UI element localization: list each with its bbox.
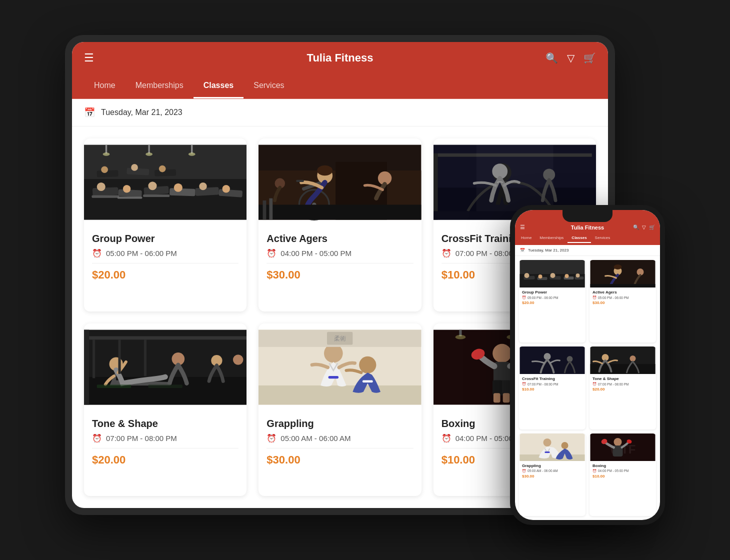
class-image-tone-shape bbox=[84, 324, 246, 411]
phone-card-crossfit[interactable]: CrossFit Training ⏰ 07:00 PM - 08:00 PM … bbox=[519, 346, 586, 429]
tablet-app-title: Tulia Fitness bbox=[307, 52, 374, 64]
phone-card-time-crossfit: ⏰ 07:00 PM - 08:00 PM bbox=[522, 382, 582, 386]
phone-img-group-power bbox=[519, 260, 586, 288]
svg-rect-103 bbox=[575, 276, 584, 280]
svg-point-96 bbox=[524, 273, 530, 278]
clock-icon-5: ⏰ bbox=[266, 434, 276, 443]
class-image-grappling: 柔術 bbox=[258, 324, 421, 411]
phone-calendar-icon: 📅 bbox=[520, 248, 525, 252]
phone-card-price-tone-shape: $20.00 bbox=[592, 387, 653, 392]
svg-point-69 bbox=[360, 356, 376, 373]
phone-filter-icon[interactable]: ▽ bbox=[642, 224, 646, 230]
svg-point-26 bbox=[146, 152, 152, 156]
svg-point-5 bbox=[123, 185, 130, 192]
phone-nav-services[interactable]: Services bbox=[591, 234, 614, 243]
nav-home[interactable]: Home bbox=[84, 74, 126, 98]
phone-date-text: Tuesday, Mar 21, 2023 bbox=[528, 248, 568, 252]
phone-card-group-power[interactable]: Group Power ⏰ 05:00 PM - 06:00 PM $20.00 bbox=[519, 260, 586, 342]
svg-point-88 bbox=[455, 334, 466, 339]
nav-services[interactable]: Services bbox=[244, 74, 294, 98]
tablet-nav: Home Memberships Classes Services bbox=[72, 74, 608, 99]
svg-point-15 bbox=[101, 166, 108, 173]
calendar-icon: 📅 bbox=[84, 107, 95, 118]
phone-card-time-group-power: ⏰ 05:00 PM - 06:00 PM bbox=[522, 296, 582, 300]
svg-rect-21 bbox=[118, 196, 142, 198]
svg-rect-22 bbox=[143, 194, 170, 197]
phone-clock-icon-1: ⏰ bbox=[522, 296, 526, 300]
phone-card-active-agers[interactable]: Active Agers ⏰ 05:00 PM - 06:00 PM $30.0… bbox=[590, 260, 656, 342]
phone-card-price-grappling: $30.00 bbox=[522, 474, 582, 478]
class-card-active-agers[interactable]: Active Agers ⏰ 04:00 PM - 05:00 PM $30.0… bbox=[258, 138, 421, 312]
phone-search-icon[interactable]: 🔍 bbox=[633, 224, 639, 230]
svg-point-9 bbox=[174, 184, 182, 192]
phone-card-name-active-agers: Active Agers bbox=[592, 290, 653, 294]
svg-point-28 bbox=[188, 152, 196, 156]
phone-clock-icon-2: ⏰ bbox=[592, 296, 596, 300]
clock-icon-6: ⏰ bbox=[442, 434, 452, 443]
svg-rect-20 bbox=[92, 196, 119, 198]
phone-nav-memberships[interactable]: Memberships bbox=[536, 234, 568, 243]
search-icon[interactable]: 🔍 bbox=[546, 52, 558, 64]
hamburger-icon[interactable]: ☰ bbox=[84, 52, 94, 64]
phone-card-name-group-power: Group Power bbox=[522, 290, 582, 294]
class-card-group-power[interactable]: Group Power ⏰ 05:00 PM - 06:00 PM $20.00 bbox=[84, 138, 246, 312]
svg-rect-120 bbox=[545, 452, 550, 453]
svg-rect-83 bbox=[502, 393, 510, 402]
svg-point-24 bbox=[103, 152, 110, 156]
class-name-grappling: Grappling bbox=[266, 418, 413, 430]
svg-rect-60 bbox=[92, 340, 95, 378]
phone-hamburger-icon[interactable]: ☰ bbox=[520, 224, 525, 230]
phone-notch bbox=[562, 210, 612, 222]
svg-point-104 bbox=[576, 274, 580, 278]
scene: ☰ Tulia Fitness 🔍 ▽ 🛒 Home Memberships C… bbox=[65, 35, 665, 525]
nav-classes[interactable]: Classes bbox=[194, 74, 244, 98]
cart-icon[interactable]: 🛒 bbox=[584, 52, 596, 64]
class-image-active-agers bbox=[258, 138, 421, 226]
class-price-group-power: $20.00 bbox=[92, 268, 238, 282]
class-info-grappling: Grappling ⏰ 05:00 AM - 06:00 AM $30.00 bbox=[258, 411, 421, 474]
svg-rect-109 bbox=[590, 284, 656, 288]
svg-rect-37 bbox=[296, 180, 304, 182]
phone-card-grappling[interactable]: Grappling ⏰ 05:00 AM - 06:00 AM $30.00 bbox=[519, 434, 586, 516]
svg-text:柔術: 柔術 bbox=[334, 334, 346, 342]
class-name-group-power: Group Power bbox=[92, 233, 238, 244]
phone-card-name-crossfit: CrossFit Training bbox=[522, 376, 582, 381]
phone-card-boxing[interactable]: WTF Boxing ⏰ 04:00 PM bbox=[590, 434, 656, 516]
svg-point-116 bbox=[630, 356, 636, 362]
class-time-grappling: ⏰ 05:00 AM - 06:00 AM bbox=[266, 434, 413, 448]
phone-card-tone-shape[interactable]: Tone & Shape ⏰ 07:00 PM - 08:00 PM $20.0… bbox=[590, 346, 656, 429]
class-card-tone-shape[interactable]: Tone & Shape ⏰ 07:00 PM - 08:00 PM $20.0… bbox=[84, 324, 246, 496]
clock-icon-3: ⏰ bbox=[442, 248, 452, 258]
svg-rect-27 bbox=[191, 145, 192, 154]
svg-rect-63 bbox=[97, 384, 131, 388]
phone-classes-grid: Group Power ⏰ 05:00 PM - 06:00 PM $20.00 bbox=[515, 256, 660, 520]
date-bar: 📅 Tuesday, Mar 21, 2023 bbox=[72, 99, 608, 126]
phone-cart-icon[interactable]: 🛒 bbox=[649, 224, 655, 230]
svg-rect-42 bbox=[270, 198, 273, 220]
svg-point-3 bbox=[97, 182, 106, 191]
class-info-tone-shape: Tone & Shape ⏰ 07:00 PM - 08:00 PM $20.0… bbox=[84, 411, 246, 474]
class-name-active-agers: Active Agers bbox=[266, 233, 413, 244]
class-time-tone-shape: ⏰ 07:00 PM - 08:00 PM bbox=[92, 434, 238, 448]
class-card-grappling[interactable]: 柔術 Grappling ⏰ 05:00 AM - 06:00 AM $30.0… bbox=[258, 324, 421, 496]
phone-card-price-group-power: $20.00 bbox=[522, 300, 582, 305]
phone-card-info-grappling: Grappling ⏰ 05:00 AM - 06:00 AM $30.00 bbox=[519, 461, 586, 481]
svg-rect-2 bbox=[92, 187, 118, 196]
phone-nav-classes[interactable]: Classes bbox=[568, 234, 590, 243]
class-info-group-power: Group Power ⏰ 05:00 PM - 06:00 PM $20.00 bbox=[84, 226, 246, 288]
phone-card-price-active-agers: $30.00 bbox=[592, 300, 653, 305]
phone-img-boxing: WTF bbox=[590, 434, 656, 461]
svg-point-57 bbox=[233, 354, 244, 365]
tablet-header: ☰ Tulia Fitness 🔍 ▽ 🛒 bbox=[72, 42, 608, 74]
filter-icon[interactable]: ▽ bbox=[567, 52, 574, 64]
date-text: Tuesday, Mar 21, 2023 bbox=[101, 108, 182, 117]
phone-header-icons: 🔍 ▽ 🛒 bbox=[633, 224, 655, 230]
class-price-tone-shape: $20.00 bbox=[92, 454, 238, 466]
svg-point-7 bbox=[148, 182, 156, 190]
svg-rect-70 bbox=[362, 380, 373, 382]
nav-memberships[interactable]: Memberships bbox=[126, 74, 194, 98]
svg-point-107 bbox=[614, 264, 622, 270]
svg-rect-81 bbox=[492, 380, 502, 395]
phone-nav-home[interactable]: Home bbox=[517, 234, 536, 243]
phone-img-crossfit bbox=[519, 346, 586, 374]
